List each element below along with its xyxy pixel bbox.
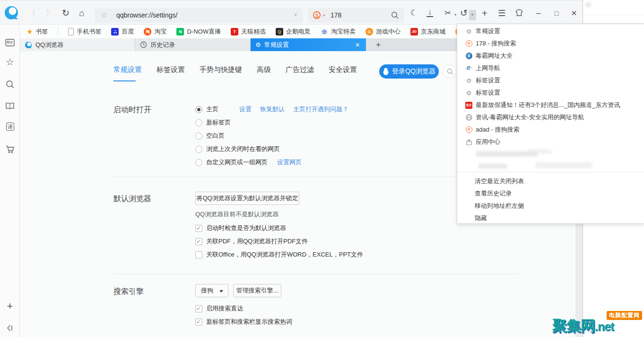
feed-card-icon[interactable] [4, 37, 16, 48]
default-browser-note: QQ浏览器目前不是默认浏览器 [195, 210, 278, 219]
settings-tab-gestures[interactable]: 手势与快捷键 [200, 65, 242, 74]
menu-item-duba-sites[interactable]: S 毒霸网址大全 [457, 50, 644, 62]
bookmark-item-mobile[interactable]: 手机书签 [68, 27, 101, 36]
menu-hamburger-icon[interactable]: ☰ [496, 7, 508, 19]
skin-tshirt-icon[interactable] [514, 8, 527, 20]
bookmark-item-jd[interactable]: JD 京东商城 [410, 27, 445, 36]
checkbox-checked [195, 225, 202, 232]
tab-settings-active[interactable]: ⚙ 常规设置 ✕ [251, 38, 366, 51]
manage-search-engines-button[interactable]: 管理搜索引擎... [233, 284, 281, 297]
settings-tab-general[interactable]: 常规设置 [113, 65, 142, 74]
menu-item-nav-portal[interactable]: e 上网导航 [457, 62, 644, 74]
radio-row-last-session[interactable]: 浏览上次关闭时在看的网页 [195, 145, 280, 153]
bookmark-item-dnow[interactable]: N D-NOW直播 [176, 27, 221, 36]
back-button[interactable]: 〈 [26, 7, 38, 19]
bookmark-item[interactable]: ★ 书签 [26, 27, 48, 36]
shopping-cart-icon[interactable] [4, 144, 16, 155]
checkbox-row-direct-search[interactable]: 启用搜索直达 [195, 304, 243, 313]
radio-row-newtab[interactable]: 新标签页 [195, 118, 231, 127]
sogou-engine-icon[interactable]: S [313, 11, 321, 19]
link-set-homepage[interactable]: 设置 [239, 105, 252, 114]
tmall-favicon: T [231, 28, 238, 35]
radio-row-homepage[interactable]: 主页 设置 恢复默认 主页打开遇到问题？ [195, 105, 348, 114]
menu-action-hide[interactable]: 隐藏 [457, 212, 644, 224]
home-button[interactable]: ⌂ [76, 7, 88, 19]
link-set-pages[interactable]: 设置网页 [277, 158, 302, 167]
chevron-down-icon[interactable]: ˅ [294, 12, 297, 18]
section-title-startup: 启动时打开 [113, 105, 151, 115]
qq-browser-logo[interactable] [4, 4, 19, 22]
menu-item-178-sogou[interactable]: S 178 - 搜狗搜索 [457, 37, 644, 50]
sogou-icon: S [466, 126, 472, 133]
artifact-smudge [535, 162, 592, 168]
search-engine-select[interactable]: 搜狗 [195, 284, 228, 297]
search-box[interactable]: S ▾ 178 [308, 8, 404, 23]
menu-item-general-settings[interactable]: ⚙ 常规设置 [457, 25, 644, 37]
menu-item-eastday-news[interactable]: 东方 最新放假通知！还有3个好消息..._国内频道_东方资讯 [457, 99, 644, 111]
gear-icon: ⚙ [466, 77, 472, 84]
minimize-button[interactable]: – [532, 7, 545, 19]
settings-tab-tabs[interactable]: 标签设置 [157, 65, 185, 74]
favorites-star-icon[interactable]: ☆ [4, 56, 16, 68]
menu-item-tab-settings[interactable]: ⚙ 标签设置 [457, 74, 644, 87]
tab-close-icon[interactable]: ✕ [354, 42, 361, 48]
search-icon[interactable] [4, 79, 16, 90]
bookmark-item-penguin-esports[interactable]: Q 企鹅电竞 [276, 27, 311, 36]
qq-logo-icon [25, 41, 32, 49]
search-magnifier-icon[interactable] [391, 11, 399, 19]
game-center-favicon: G [366, 28, 373, 35]
checkbox-row-hot-words[interactable]: 新标签页和搜索栏显示搜索热词 [195, 318, 292, 326]
tab-history[interactable]: 历史记录 [135, 38, 251, 51]
checkbox-row-office[interactable]: 关联Office，用QQ浏览器打开WORD，EXCEL，PPT文件 [195, 250, 363, 259]
bookmark-item-tmall[interactable]: T 天猫精选 [231, 27, 266, 36]
bookmark-star-icon[interactable]: ☆ [101, 11, 107, 19]
bookmark-item-taobao-sale[interactable]: ⊕ 淘宝特卖 [321, 27, 356, 36]
menu-item-app-center[interactable]: 应用中心 [457, 136, 644, 148]
section-title-search-engine: 搜索引擎 [113, 287, 144, 297]
artifact-smudge [528, 149, 552, 154]
translate-icon[interactable]: 译 [4, 122, 16, 133]
bookmark-item-baidu[interactable]: ∴ 百度 [111, 27, 134, 36]
artifact-smudge [479, 164, 507, 168]
maximize-button[interactable]: □ [550, 7, 563, 19]
settings-tab-adblock[interactable]: 广告过滤 [286, 65, 314, 74]
radio-row-custom-pages[interactable]: 自定义网页或一组网页 设置网页 [195, 158, 302, 167]
link-restore-default[interactable]: 恢复默认 [260, 105, 285, 114]
download-icon[interactable]: ↓ [426, 8, 433, 17]
settings-search-stub[interactable] [443, 65, 457, 78]
add-tab-toolbar-icon[interactable]: + [479, 7, 491, 19]
close-button[interactable]: ✕ [568, 7, 580, 19]
address-bar[interactable]: ☆ qqbrowser://settings/ ˅ [95, 8, 303, 23]
reading-book-icon[interactable] [4, 100, 16, 112]
refresh-button[interactable]: ↻ [60, 7, 72, 19]
night-mode-icon[interactable]: ☾ [408, 7, 420, 19]
tab-qq-browser[interactable]: QQ浏览器 [20, 38, 135, 51]
restore-caret-icon[interactable]: ▾ [470, 12, 475, 18]
new-tab-button[interactable]: + [372, 39, 384, 51]
radio-row-blank[interactable]: 空白页 [195, 132, 225, 140]
menu-action-view-history[interactable]: 查看历史记录 [457, 187, 644, 200]
settings-tab-advanced[interactable]: 高级 [257, 65, 271, 74]
sidebar-add-icon[interactable]: + [4, 300, 16, 311]
bookmark-item-taobao[interactable]: 淘 淘宝 [144, 27, 166, 36]
menu-action-move-left-of-addressbar[interactable]: 移动到地址栏左侧 [457, 200, 644, 212]
menu-item-tab-settings-2[interactable]: ⚙ 标签设置 [457, 87, 644, 99]
checkbox-row-check-default[interactable]: 启动时检查是否为默认浏览器 [195, 224, 286, 232]
gear-icon: ⚙ [466, 28, 472, 35]
collapse-sidebar-icon[interactable] [4, 323, 16, 334]
settings-nav: 常规设置 标签设置 手势与快捷键 高级 广告过滤 安全设置 [113, 65, 357, 74]
checkbox-row-pdf[interactable]: 关联PDF，用QQ浏览器打开PDF文件 [195, 237, 308, 246]
restore-undo-icon[interactable]: ↺ [458, 7, 470, 19]
set-default-browser-button[interactable]: 将QQ浏览器设置为默认浏览器并锁定 [195, 192, 299, 205]
menu-item-adad-sogou[interactable]: S adad - 搜狗搜索 [457, 124, 644, 136]
login-qq-button[interactable]: 登录QQ浏览器 [379, 64, 439, 79]
settings-tab-security[interactable]: 安全设置 [329, 65, 357, 74]
gear-icon: ⚙ [255, 41, 261, 48]
menu-item-duba-info[interactable]: 资讯-毒霸网址大全-安全实用的网址导航 [457, 111, 644, 124]
gear-icon: ⚙ [466, 89, 472, 97]
forward-button[interactable]: 〉 [44, 7, 56, 19]
bookmark-item-game-center[interactable]: G 游戏中心 [366, 27, 400, 36]
menu-action-clear-closed-list[interactable]: 清空最近关闭列表 [457, 175, 644, 187]
engine-caret-icon[interactable]: ▾ [323, 13, 325, 18]
link-homepage-trouble[interactable]: 主页打开遇到问题？ [293, 105, 348, 114]
